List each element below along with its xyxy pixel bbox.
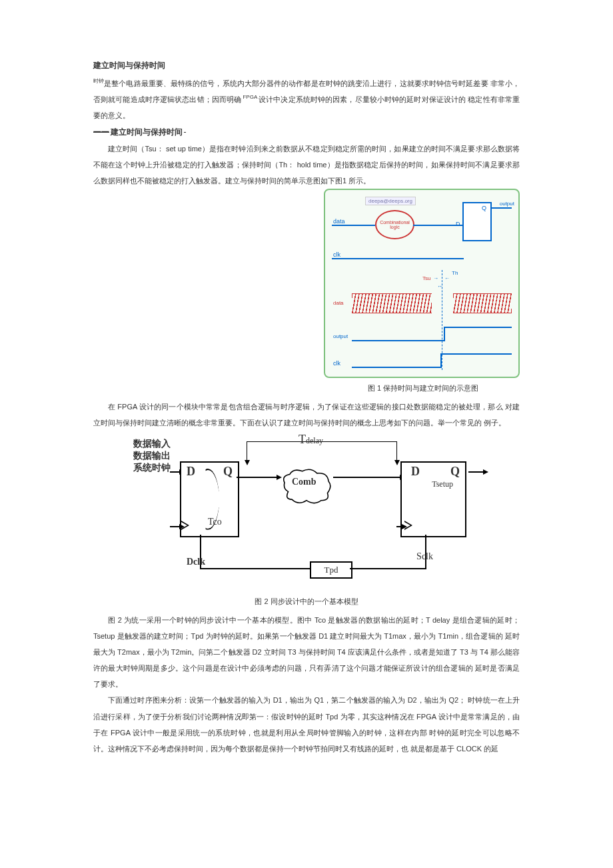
clk-label: clk bbox=[333, 251, 340, 258]
q-pin-label: Q bbox=[482, 205, 486, 211]
figure-2-caption: 图 2 同步设计中的一个基本模型 bbox=[93, 597, 520, 607]
figure-2: Tdelay 数据输入 D Q Tco Comb D Q Tsetup bbox=[133, 438, 480, 591]
output-timing-label: output bbox=[333, 333, 348, 339]
strikethrough-pad bbox=[184, 128, 186, 136]
strikethrough-text: 一一 bbox=[93, 127, 109, 137]
figure-1-block: deepa@deeps.org data Combinational logic… bbox=[93, 189, 520, 399]
tsetup-label: Tsetup bbox=[432, 479, 453, 489]
page-title: 建立时间与保持时间 bbox=[93, 60, 520, 71]
paragraph-4: 图 2 为统一采用一个时钟的同步设计中一个基本的模型。图中 Tco 是触发器的数… bbox=[93, 612, 520, 693]
d-label-right: D bbox=[411, 465, 420, 479]
paragraph-1: 时钟是整个电路最重要、最特殊的信号，系统内大部分器件的动作都是在时钟的跳变沿上进… bbox=[93, 75, 520, 124]
figure-1-caption: 图 1 保持时间与建立时间的示意图 bbox=[326, 383, 520, 393]
dclk-label: Dclk bbox=[187, 557, 205, 567]
inline-small-text: FPGA bbox=[241, 94, 259, 100]
paragraph-2: 建立时间（Tsu： set up time）是指在时钟沿到来之前数据从不稳定到稳… bbox=[93, 141, 520, 189]
data-output-label: 数据输出 bbox=[133, 450, 480, 462]
th-label: Th bbox=[452, 270, 458, 276]
figure-watermark: deepa@deeps.org bbox=[365, 197, 416, 205]
q-label-left: Q bbox=[223, 465, 233, 479]
output-label: output bbox=[500, 201, 514, 207]
tdelay-label: Tdelay bbox=[299, 433, 323, 447]
combinational-logic-block: Combinational logic bbox=[375, 210, 414, 239]
data-label: data bbox=[333, 218, 345, 225]
q-label-right: Q bbox=[450, 465, 460, 479]
paragraph-3: 在 FPGA 设计的同一个模块中常常是包含组合逻辑与时序逻辑，为了保证在这些逻辑… bbox=[93, 399, 520, 431]
clk-timing-label: clk bbox=[333, 360, 340, 367]
section-heading: 一一建立时间与保持时间 bbox=[93, 127, 520, 138]
sclk-label: Sclk bbox=[416, 551, 433, 562]
d-label-left: D bbox=[187, 465, 195, 479]
d-pin-label: D bbox=[456, 221, 460, 227]
comb-label: Comb bbox=[292, 477, 316, 487]
tpd-box: Tpd bbox=[310, 561, 352, 579]
tsu-label: Tsu bbox=[422, 275, 430, 281]
data-timing-label: data bbox=[333, 300, 344, 306]
document-page: 建立时间与保持时间 时钟是整个电路最重要、最特殊的信号，系统内大部分器件的动作都… bbox=[47, 0, 566, 783]
paragraph-5: 下面通过时序图来分析：设第一个触发器的输入为 D1，输出为 Q1，第二个触发器的… bbox=[93, 692, 520, 757]
flip-flop-box bbox=[462, 202, 492, 241]
figure-1: deepa@deeps.org data Combinational logic… bbox=[324, 189, 520, 378]
inline-small-text: 时钟 bbox=[93, 78, 104, 84]
